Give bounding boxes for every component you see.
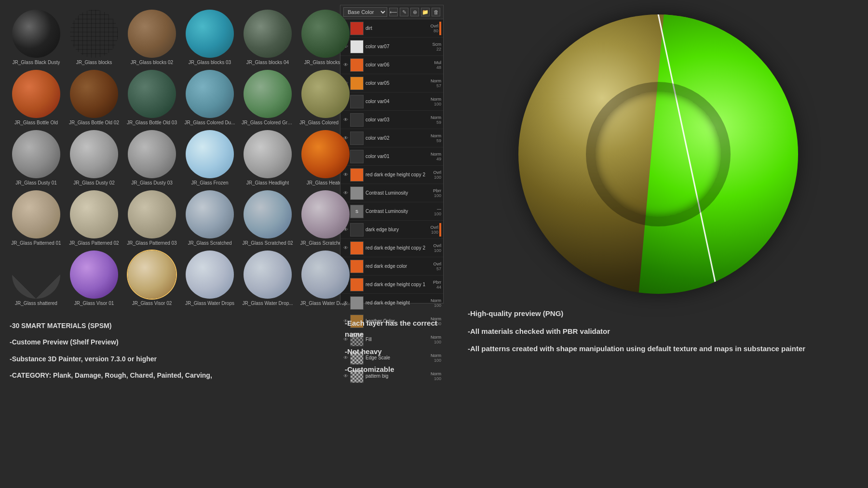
layer-eye-5[interactable]: 👁 — [342, 117, 349, 123]
layer-bar-11 — [439, 223, 441, 237]
material-item-m27[interactable]: JR_Glass Visor 02 — [125, 251, 178, 306]
layer-swatch-9 — [350, 186, 364, 200]
material-thumb-m05 — [244, 10, 292, 58]
layer-eye-8[interactable]: 👁 — [342, 171, 349, 178]
layer-info-10: — 100 — [434, 207, 441, 216]
material-label-m04: JR_Glass blocks 03 — [189, 60, 231, 65]
layer-info-2: Mul 48 — [434, 60, 441, 70]
layer-item-10[interactable]: 👁 S Contrast Luminosity — 100 — [340, 202, 443, 221]
layer-swatch-8 — [350, 168, 364, 182]
layer-item-13[interactable]: 👁 red dark edge color Ovrl 57 — [340, 257, 443, 276]
right-panel: -High-quality preview (PNG) -All materia… — [448, 0, 868, 488]
layer-item-8[interactable]: 👁 red dark edge height copy 2 Ovrl 100 — [340, 166, 443, 184]
layer-name-2: color var06 — [366, 62, 434, 67]
layer-info-17: Norm 100 — [431, 335, 441, 344]
layer-info-11: Ovrl 100 — [431, 225, 439, 235]
material-item-m19[interactable]: JR_Glass Patterned 01 — [10, 190, 63, 246]
material-label-m23: JR_Glass Scratched 02 — [242, 240, 293, 246]
layer-info-1: Scrn 22 — [432, 42, 441, 52]
material-label-m05: JR_Glass blocks 04 — [246, 60, 289, 65]
layer-item-7[interactable]: 👁 color var01 Norm 49 — [340, 147, 443, 166]
feature-line-2: -Custome Preview (Shelf Preview) — [10, 337, 328, 347]
material-item-m10[interactable]: JR_Glass Colored Du... — [183, 70, 236, 125]
layer-item-3[interactable]: 👁 color var05 Norm 57 — [340, 74, 443, 92]
material-item-m11[interactable]: JR_Glass Colored Gre... — [241, 70, 294, 125]
layer-name-0: dirt — [366, 26, 431, 31]
material-item-m26[interactable]: JR_Glass Visor 01 — [68, 251, 121, 306]
layer-info-13: Ovrl 57 — [434, 262, 442, 271]
material-thumb-m22 — [186, 190, 234, 238]
layer-item-2[interactable]: 👁 color var06 Mul 48 — [340, 56, 443, 74]
material-item-m29[interactable]: JR_Glass Water Drop... — [241, 251, 294, 306]
layer-item-9[interactable]: 👁 Contrast Luminosity Pbrr 100 — [340, 184, 443, 202]
material-item-m01[interactable]: JR_Glass Black Dusty — [10, 10, 63, 65]
layer-name-17: Fill — [366, 337, 431, 342]
layer-item-1[interactable]: 👁 color var07 Scrn 22 — [340, 38, 443, 56]
layer-eye-15[interactable]: 👁 — [342, 300, 349, 306]
right-features: -High-quality preview (PNG) -All materia… — [453, 303, 863, 355]
toolbar-btn-4[interactable]: 📁 — [421, 8, 430, 16]
layer-swatch-11 — [350, 223, 364, 237]
preview-sphere — [518, 14, 798, 294]
layer-item-11[interactable]: 👁 dark edge blury Ovrl 100 — [340, 221, 443, 239]
material-item-m21[interactable]: JR_Glass Patterned 03 — [125, 190, 178, 246]
layer-swatch-13 — [350, 260, 364, 273]
layer-item-5[interactable]: 👁 color var03 Norm 59 — [340, 111, 443, 129]
layer-eye-2[interactable]: 👁 — [342, 62, 349, 68]
material-item-m25[interactable]: JR_Glass shattered — [10, 251, 63, 306]
toolbar-btn-delete[interactable]: 🗑 — [432, 8, 440, 16]
layer-item-14[interactable]: 👁 red dark edge height copy 1 Pbrr 44 — [340, 276, 443, 294]
material-label-m19: JR_Glass Patterned 01 — [11, 240, 61, 246]
material-item-m22[interactable]: JR_Glass Scratched — [183, 190, 236, 246]
material-thumb-m19 — [12, 190, 60, 238]
toolbar-btn-1[interactable]: ⟵ — [389, 8, 398, 16]
material-label-m10: JR_Glass Colored Du... — [184, 120, 235, 125]
material-item-m23[interactable]: JR_Glass Scratched 02 — [241, 190, 294, 246]
material-thumb-m30 — [301, 251, 350, 299]
layer-item-0[interactable]: 👁 dirt Ovrl 80 — [340, 19, 443, 38]
material-item-m07[interactable]: JR_Glass Bottle Old — [10, 70, 63, 125]
material-thumb-m27 — [128, 251, 176, 299]
material-item-m15[interactable]: JR_Glass Dusty 03 — [125, 130, 178, 185]
material-item-m17[interactable]: JR_Glass Headlight — [241, 130, 294, 185]
material-label-m29: JR_Glass Water Drop... — [242, 301, 293, 306]
layer-item-12[interactable]: 👁 red dark edge height copy 2 Ovrl 100 — [340, 239, 443, 257]
material-item-m08[interactable]: JR_Glass Bottle Old 02 — [68, 70, 121, 125]
layer-eye-9[interactable]: 👁 — [342, 190, 349, 197]
material-label-m22: JR_Glass Scratched — [188, 240, 231, 246]
material-item-m16[interactable]: JR_Glass Frozen — [183, 130, 236, 185]
material-item-m14[interactable]: JR_Glass Dusty 02 — [68, 130, 121, 185]
layers-container: Base Color ⟵ ✎ ⊕ 📁 🗑 👁 dirt Ovrl 80 👁 — [340, 5, 444, 303]
material-thumb-m29 — [244, 251, 292, 299]
material-item-m04[interactable]: JR_Glass blocks 03 — [183, 10, 236, 65]
layer-info-12: Ovrl 100 — [434, 243, 442, 253]
toolbar-btn-3[interactable]: ⊕ — [410, 8, 419, 16]
material-item-m13[interactable]: JR_Glass Dusty 01 — [10, 130, 63, 185]
layer-eye-12[interactable]: 👁 — [342, 245, 349, 251]
material-thumb-m01 — [12, 10, 60, 58]
material-item-m28[interactable]: JR_Glass Water Drops — [183, 251, 236, 306]
material-thumb-m23 — [244, 190, 292, 238]
layer-swatch-14 — [350, 278, 364, 291]
layer-name-7: color var01 — [366, 154, 431, 159]
layer-name-14: red dark edge height copy 1 — [366, 282, 433, 287]
material-label-m13: JR_Glass Dusty 01 — [15, 180, 57, 185]
layers-dropdown[interactable]: Base Color — [343, 7, 387, 17]
material-item-m02[interactable]: JR_Glass blocks — [68, 10, 121, 65]
material-item-m09[interactable]: JR_Glass Bottle Old 03 — [125, 70, 178, 125]
layer-info-0: Ovrl 80 — [431, 24, 439, 33]
toolbar-btn-2[interactable]: ✎ — [400, 8, 408, 16]
layer-item-4[interactable]: 👁 color var04 Norm 100 — [340, 92, 443, 111]
material-thumb-m25 — [12, 251, 60, 299]
material-label-m15: JR_Glass Dusty 03 — [131, 180, 173, 185]
layer-item-6[interactable]: 👁 color var02 Norm 59 — [340, 129, 443, 147]
material-item-m20[interactable]: JR_Glass Patterned 02 — [68, 190, 121, 246]
material-item-m03[interactable]: JR_Glass blocks 02 — [125, 10, 178, 65]
material-label-m14: JR_Glass Dusty 02 — [73, 180, 115, 185]
material-thumb-m11 — [244, 70, 292, 118]
preview-sphere-container — [453, 5, 863, 303]
layer-info-7: Norm 49 — [431, 152, 441, 161]
layer-info-9: Pbrr 100 — [433, 188, 441, 198]
material-item-m05[interactable]: JR_Glass blocks 04 — [241, 10, 294, 65]
material-thumb-m07 — [12, 70, 60, 118]
